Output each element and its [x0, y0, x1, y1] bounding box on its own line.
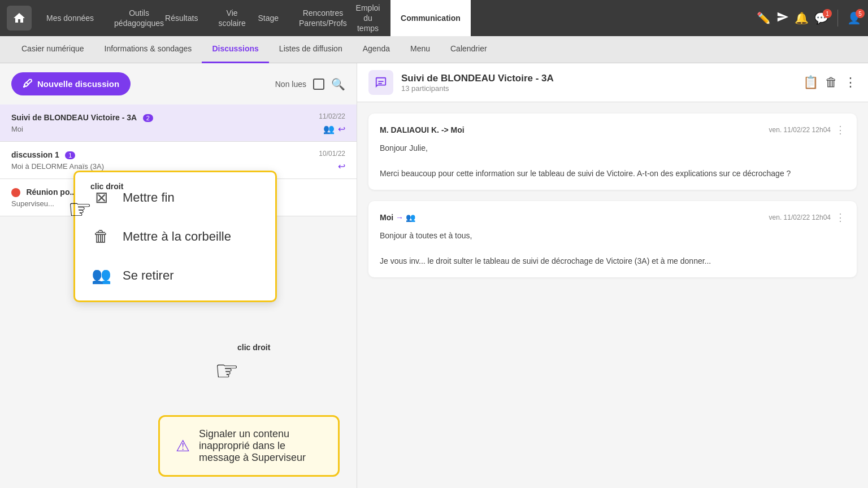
subnav-listes-diffusion[interactable]: Listes de diffusion	[269, 36, 353, 63]
send-icon[interactable]	[776, 11, 789, 26]
message-date: ven. 11/02/22 12h04	[769, 213, 831, 221]
subnav-calendrier[interactable]: Calendrier	[440, 36, 497, 63]
discussion-date: 10/01/22	[319, 150, 345, 158]
message-date: ven. 11/02/22 12h04	[769, 126, 831, 134]
svg-rect-1	[378, 83, 381, 84]
search-icon[interactable]: 🔍	[331, 77, 345, 91]
context-menu-se-retirer[interactable]: 👥 Se retirer	[75, 256, 275, 295]
left-panel: 🖊 Nouvelle discussion Non lues 🔍 Suivi d…	[0, 63, 357, 488]
discussion-title: discussion 1	[11, 150, 59, 159]
message-sender: Moi → 👥	[380, 213, 415, 222]
message-sender: M. DALIAOUI K. -> Moi	[380, 125, 465, 134]
pencil-icon[interactable]: ✏️	[757, 11, 771, 25]
user-badge: 5	[856, 9, 865, 18]
nav-vie-scolaire[interactable]: Viescolaire	[208, 0, 248, 36]
nav-resultats[interactable]: Résultats	[155, 0, 208, 36]
right-panel-header: Suivi de BLONDEAU Victoire - 3A 13 parti…	[357, 63, 868, 102]
context-menu-corbeille[interactable]: 🗑 Mettre à la corbeille	[75, 217, 275, 256]
leave-icon: 👥	[91, 266, 111, 285]
message-body: Bonjour Julie, Merci beaucoup pour cette…	[380, 142, 845, 180]
discussion-title: Réunion po...	[26, 188, 76, 197]
nav-rencontres[interactable]: RencontresParents/Profs	[289, 0, 345, 36]
subnav-menu[interactable]: Menu	[400, 36, 440, 63]
panel-delete-icon[interactable]: 🗑	[825, 75, 837, 90]
nav-mes-donnees[interactable]: Mes données	[36, 0, 104, 36]
nav-emploi-temps[interactable]: Emploidu temps	[345, 0, 390, 36]
cursor2-label: clic droit	[237, 343, 270, 352]
message-bubble: M. DALIAOUI K. -> Moi ven. 11/02/22 12h0…	[368, 114, 857, 190]
subnav-casier-numerique[interactable]: Casier numérique	[11, 36, 94, 63]
nav-stage[interactable]: Stage	[248, 0, 289, 36]
new-discussion-button[interactable]: 🖊 Nouvelle discussion	[11, 72, 131, 95]
discussion-date: 11/02/22	[319, 112, 345, 120]
top-navigation: Mes données Outilspédagogiques Résultats…	[0, 0, 868, 36]
nav-communication[interactable]: Communication	[390, 0, 471, 36]
warning-icon: ⚠	[176, 437, 190, 455]
messages-area: M. DALIAOUI K. -> Moi ven. 11/02/22 12h0…	[357, 102, 868, 488]
subnav-agenda[interactable]: Agenda	[353, 36, 400, 63]
non-lus-checkbox[interactable]	[313, 79, 324, 90]
non-lus-label: Non lues	[275, 80, 306, 89]
discussion-title: Suivi de BLONDEAU Victoire - 3A	[11, 113, 137, 122]
subnav-informations-sondages[interactable]: Informations & sondages	[94, 36, 202, 63]
cursor1-label: clic droit	[90, 182, 123, 191]
reply-icon: ↩	[338, 161, 345, 172]
discussion-chat-icon	[368, 70, 393, 95]
left-panel-header: 🖊 Nouvelle discussion Non lues 🔍	[0, 63, 357, 104]
discussion-item[interactable]: Suivi de BLONDEAU Victoire - 3A 2 11/02/…	[0, 104, 357, 142]
message-body: Bonjour à toutes et à tous, Je vous inv.…	[380, 229, 845, 267]
message-bubble: Moi → 👥 ven. 11/02/22 12h04 ⋮ Bonjour à …	[368, 201, 857, 277]
signal-box-text: Signaler un contenu inapproprié dans le …	[199, 428, 322, 464]
bell-icon[interactable]: 🔔	[795, 11, 809, 25]
right-panel-subtitle: 13 participants	[401, 84, 554, 93]
group-icon: 👥	[323, 124, 335, 134]
reply-icon: ↩	[338, 124, 345, 134]
new-discussion-icon: 🖊	[23, 78, 33, 90]
filter-area: Non lues 🔍	[275, 77, 345, 91]
chat-bubble-icon[interactable]: 💬 1	[814, 11, 828, 25]
panel-more-icon[interactable]: ⋮	[844, 75, 857, 90]
message-options-icon[interactable]: ⋮	[835, 124, 845, 136]
chat-badge: 1	[823, 9, 832, 18]
right-panel: Suivi de BLONDEAU Victoire - 3A 13 parti…	[357, 63, 868, 488]
unread-indicator	[11, 188, 20, 197]
subnav-discussions[interactable]: Discussions	[202, 36, 268, 63]
user-avatar-icon[interactable]: 👤 5	[847, 11, 861, 25]
home-button[interactable]	[7, 6, 32, 30]
nav-divider	[837, 10, 838, 27]
main-content: 🖊 Nouvelle discussion Non lues 🔍 Suivi d…	[0, 63, 868, 488]
top-nav-icons: ✏️ 🔔 💬 1 👤 5	[757, 10, 861, 27]
discussion-count: 1	[65, 151, 75, 159]
panel-note-icon[interactable]: 📋	[803, 75, 818, 90]
message-options-icon[interactable]: ⋮	[835, 211, 845, 224]
nav-outils-pedagogiques[interactable]: Outilspédagogiques	[104, 0, 155, 36]
discussion-subtitle: Moi à DELORME Anaïs (3A)	[11, 162, 345, 171]
discussion-count: 2	[143, 114, 153, 122]
trash-icon: 🗑	[91, 227, 111, 246]
discussion-subtitle: Moi	[11, 125, 345, 133]
right-panel-title: Suivi de BLONDEAU Victoire - 3A	[401, 73, 554, 84]
sub-navigation: Casier numérique Informations & sondages…	[0, 36, 868, 63]
right-panel-actions: 📋 🗑 ⋮	[803, 75, 857, 90]
svg-rect-0	[378, 81, 383, 82]
signal-box: ⚠ Signaler un contenu inapproprié dans l…	[158, 415, 340, 477]
